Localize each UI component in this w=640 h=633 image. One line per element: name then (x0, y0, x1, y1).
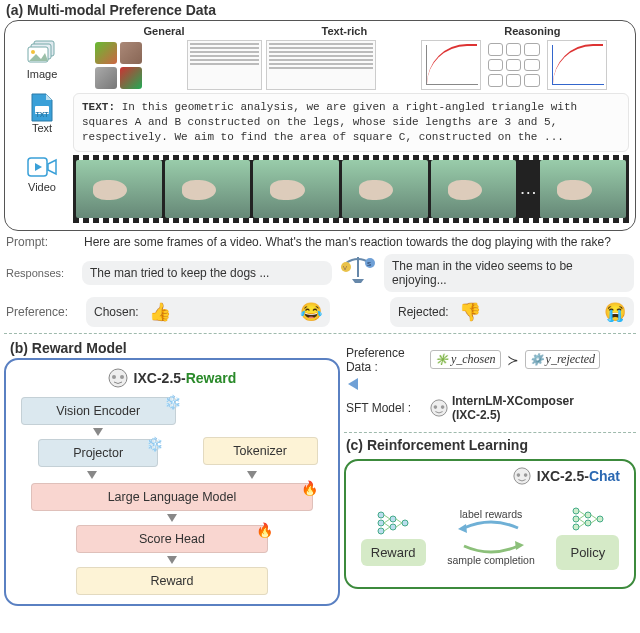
svg-point-31 (573, 508, 579, 514)
pref-chosen-label: Chosen: (94, 305, 139, 319)
svg-point-16 (514, 468, 530, 484)
a-row-video-label: Video (28, 181, 56, 193)
block-vision-encoder: Vision Encoder❄️ (21, 397, 176, 425)
svg-point-23 (390, 524, 396, 530)
section-b-title: (b) Reward Model (10, 340, 334, 356)
snowflake-icon: ❄️ (146, 436, 163, 452)
video-frame (253, 160, 339, 218)
txt-badge: TXT (35, 111, 48, 118)
section-a-title: (a) Multi-modal Preference Data (6, 2, 634, 18)
video-frame (76, 160, 162, 218)
rl-policy-box: Policy (556, 535, 619, 570)
sft-model-label: SFT Model : (346, 401, 424, 415)
a-column-headers: General Text-rich Reasoning (75, 25, 629, 37)
thumb-salad (95, 42, 117, 64)
thumbs-down-icon (459, 301, 481, 323)
panel-b: IXC-2.5-Reward Vision Encoder❄️ Projecto… (4, 358, 340, 606)
section-c-title: (c) Reinforcement Learning (346, 437, 630, 453)
svg-line-39 (579, 519, 585, 523)
panel-c: IXC-2.5-Chat Reward label rewards sample… (344, 459, 636, 589)
reasoning-graph-1 (421, 40, 481, 90)
a-row-video-label-group: Video (11, 155, 73, 193)
y-rejected-badge: y_rejected (525, 350, 601, 369)
thumbs-up-icon (149, 301, 171, 323)
policy-net-icon (571, 505, 605, 533)
video-filmstrip: … (73, 155, 629, 223)
pref-rejected: Rejected: (390, 297, 634, 327)
a-row-text: TXT Text TEXT: In this geometric analysi… (11, 93, 629, 152)
svg-point-34 (585, 512, 591, 518)
vs-scale-icon: VS (336, 251, 380, 295)
svg-line-27 (384, 523, 390, 527)
svg-point-17 (516, 474, 520, 478)
flame-icon: 🔥 (301, 480, 318, 496)
svg-point-11 (112, 375, 116, 379)
image-stack-icon (27, 40, 57, 66)
block-llm: Large Language Model🔥 (31, 483, 313, 511)
video-frame (540, 160, 626, 218)
preference-row: Preference: Chosen: Rejected: (6, 297, 634, 327)
monkey-icon (513, 467, 531, 485)
gear-icon (530, 352, 544, 367)
svg-point-10 (109, 369, 127, 387)
snowflake-icon: ❄️ (164, 394, 181, 410)
response-rejected-text: The man in the video seems to be enjoyin… (384, 254, 634, 292)
thumb-dog (120, 42, 142, 64)
svg-line-26 (384, 519, 390, 523)
responses-label: Responses: (6, 267, 78, 279)
svg-point-22 (390, 516, 396, 522)
video-icon (27, 155, 57, 179)
svg-line-42 (591, 519, 597, 523)
svg-point-19 (378, 512, 384, 518)
sample-completion-text: sample completion (447, 554, 535, 567)
prompt-row: Prompt: Here are some frames of a video.… (6, 235, 634, 249)
y-chosen-badge: y_chosen (430, 350, 501, 369)
a-row-image-label: Image (27, 68, 58, 80)
svg-text:V: V (343, 265, 347, 271)
a-row-image: Image (11, 40, 629, 90)
a-row-video: Video … (11, 155, 629, 223)
block-reward: Reward (76, 567, 268, 595)
svg-point-12 (120, 375, 124, 379)
svg-point-32 (573, 516, 579, 522)
doc-thumb-1 (187, 40, 262, 90)
svg-line-28 (384, 527, 390, 531)
left-arrow-icon (348, 378, 358, 390)
ellipsis: … (519, 178, 537, 199)
rl-reward-box: Reward (361, 539, 426, 566)
arrow-down-icon (87, 471, 97, 479)
responses-row: Responses: The man tried to keep the dog… (6, 251, 634, 295)
textrich-doc-thumbs (187, 40, 376, 90)
preference-label: Preference: (6, 305, 78, 319)
reward-net-icon (376, 509, 410, 537)
general-image-thumbs (95, 42, 142, 89)
label-rewards-text: label rewards (460, 508, 522, 521)
video-frame (342, 160, 428, 218)
prompt-label: Prompt: (6, 235, 78, 249)
a-row-text-label-group: TXT Text (11, 93, 73, 134)
sft-model-name: InternLM-XComposer (452, 394, 574, 408)
arrow-down-icon (167, 556, 177, 564)
doc-thumb-2 (266, 40, 376, 90)
col-reasoning: Reasoning (504, 25, 560, 37)
arrow-down-icon (93, 428, 103, 436)
video-frame (165, 160, 251, 218)
rl-loop: Reward label rewards sample completion P… (350, 491, 630, 583)
svg-point-13 (431, 400, 447, 416)
loop-arrows-icon (456, 520, 526, 554)
pref-chosen: Chosen: (86, 297, 330, 327)
reasoning-thumbs (421, 40, 607, 90)
panel-a: General Text-rich Reasoning Image (4, 20, 636, 231)
flame-icon: 🔥 (256, 522, 273, 538)
a-row-image-label-group: Image (11, 40, 73, 80)
right-data-block: Preference Data : y_chosen ≻ y_rejected … (346, 342, 634, 427)
response-chosen-text: The man tried to keep the dogs ... (82, 261, 332, 285)
pref-data-label: Preference Data : (346, 346, 424, 374)
svg-point-20 (378, 520, 384, 526)
col-general: General (144, 25, 185, 37)
svg-point-24 (402, 520, 408, 526)
svg-point-14 (434, 405, 438, 409)
svg-line-41 (591, 515, 597, 519)
svg-line-29 (396, 519, 402, 523)
svg-line-30 (396, 523, 402, 527)
